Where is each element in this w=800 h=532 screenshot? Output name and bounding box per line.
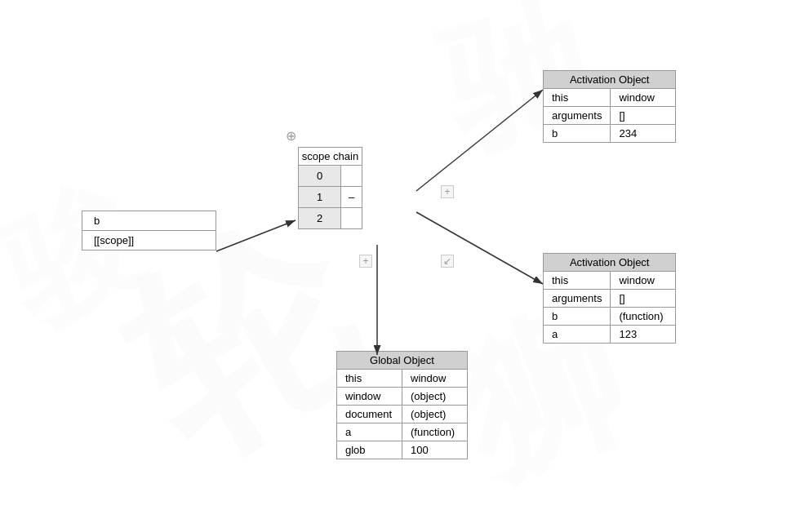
plus-icon-bottom[interactable]: + [359, 255, 372, 268]
scope-row-1: 1 [299, 187, 341, 208]
table-row: document (object) [337, 406, 468, 423]
ao2-row1-col1: arguments [544, 290, 611, 308]
go-row0-col2: window [402, 370, 468, 388]
activation-title-1: Activation Object [544, 71, 676, 89]
table-row: 2 [299, 208, 362, 229]
scope-arrow-0 [341, 166, 362, 187]
plus-icon-top[interactable]: + [441, 185, 454, 198]
ao2-row1-col2: [] [611, 290, 676, 308]
svg-text:骏: 骏 [0, 162, 163, 351]
scope-row-0: 0 [299, 166, 341, 187]
go-row1-col2: (object) [402, 388, 468, 406]
func-name: b [82, 211, 216, 231]
ao2-row0-col1: this [544, 272, 611, 290]
table-row: window (object) [337, 388, 468, 406]
go-row3-col1: a [337, 423, 402, 441]
table-row: 0 [299, 166, 362, 187]
scope-chain-box: scope chain 0 1 – 2 [298, 147, 362, 229]
func-scope: [[scope]] [82, 231, 216, 250]
scope-chain-table: 0 1 – 2 [298, 165, 362, 229]
table-row: 1 – [299, 187, 362, 208]
table-row: glob 100 [337, 441, 468, 459]
ao1-row2-col2: 234 [611, 125, 676, 143]
scope-arrow-1: – [341, 187, 362, 208]
scope-row-2: 2 [299, 208, 341, 229]
table-row: b (function) [544, 308, 676, 326]
ao2-row2-col1: b [544, 308, 611, 326]
ao1-row0-col2: window [611, 89, 676, 107]
ao2-row3-col1: a [544, 326, 611, 344]
go-row3-col2: (function) [402, 423, 468, 441]
ao1-row1-col1: arguments [544, 107, 611, 125]
table-row: this window [544, 272, 676, 290]
ao2-row3-col2: 123 [611, 326, 676, 344]
activation-table-1: Activation Object this window arguments … [543, 70, 676, 143]
go-row1-col1: window [337, 388, 402, 406]
table-row: arguments [] [544, 107, 676, 125]
ao1-row0-col1: this [544, 89, 611, 107]
global-table: Global Object this window window (object… [336, 351, 468, 459]
table-row: a (function) [337, 423, 468, 441]
go-row4-col1: glob [337, 441, 402, 459]
scope-arrow-2 [341, 208, 362, 229]
ao1-row2-col1: b [544, 125, 611, 143]
resize-icon[interactable]: ↙ [441, 255, 454, 268]
go-row4-col2: 100 [402, 441, 468, 459]
ao2-row0-col2: window [611, 272, 676, 290]
function-box: b [[scope]] [82, 211, 216, 250]
ao1-row1-col2: [] [611, 107, 676, 125]
table-row: a 123 [544, 326, 676, 344]
move-icon: ⊕ [286, 128, 296, 144]
scope-chain-title: scope chain [298, 147, 362, 165]
go-row0-col1: this [337, 370, 402, 388]
table-row: this window [337, 370, 468, 388]
go-row2-col1: document [337, 406, 402, 423]
go-row2-col2: (object) [402, 406, 468, 423]
activation-table-2: Activation Object this window arguments … [543, 253, 676, 344]
table-row: this window [544, 89, 676, 107]
table-row: b 234 [544, 125, 676, 143]
ao2-row2-col2: (function) [611, 308, 676, 326]
activation-title-2: Activation Object [544, 254, 676, 272]
global-title: Global Object [337, 352, 468, 370]
table-row: arguments [] [544, 290, 676, 308]
